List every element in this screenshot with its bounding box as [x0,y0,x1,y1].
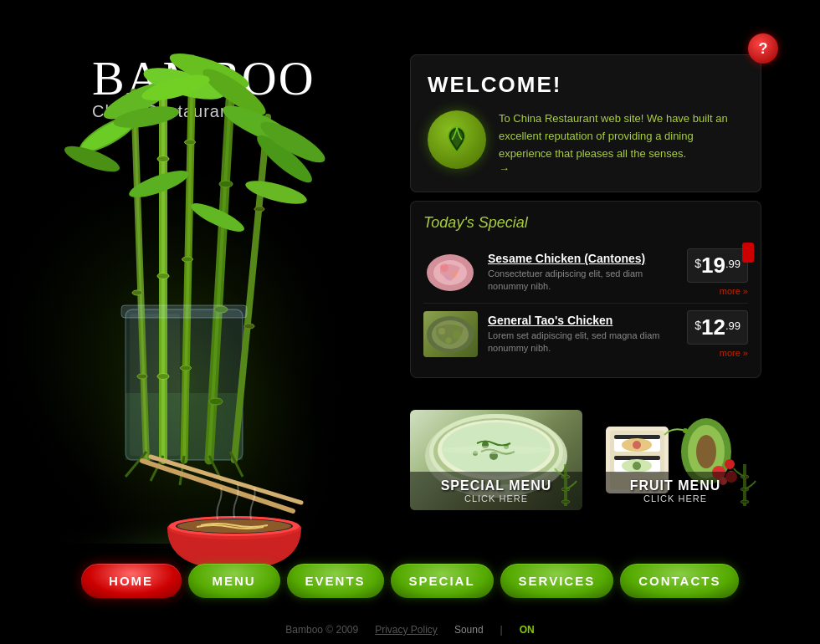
svg-point-18 [181,365,192,371]
fruit-menu-title: FRUIT MENU [596,478,755,493]
nav-services-button[interactable]: SERVICES [500,564,614,598]
svg-point-91 [633,462,641,470]
svg-line-4 [134,92,146,460]
more-link-2[interactable]: more » [681,348,748,358]
welcome-content: To China Restaurant web site! We have bu… [428,110,744,175]
svg-line-49 [142,461,293,511]
welcome-text: To China Restaurant web site! We have bu… [499,110,744,162]
bowl-chopsticks [126,452,377,581]
bg-glow-green [0,167,335,502]
menu-item-2-price: $12.99 [687,310,748,345]
svg-point-77 [442,446,551,454]
svg-point-99 [683,428,688,433]
price-badge-1 [742,243,754,263]
footer: Bamboo © 2009 Privacy Policy Sound | ON [0,624,820,636]
logo-title: BAMBOO [92,50,315,106]
menu-item-2: General Tao's Chicken Lorem set adipisci… [423,304,748,365]
menu-item-1-image [423,249,478,295]
svg-rect-1 [126,309,243,460]
price-cents-1: .99 [725,258,741,270]
nav-home-button[interactable]: HOME [81,564,182,598]
svg-point-40 [126,166,192,203]
price-cents-2: .99 [725,319,741,332]
svg-point-22 [214,306,228,313]
svg-point-7 [132,290,142,295]
svg-rect-3 [126,393,243,460]
footer-privacy-link[interactable]: Privacy Policy [375,624,438,636]
menu-item-1-name[interactable]: Sesame Chicken (Cantones) [488,252,671,265]
footer-separator: | [500,624,503,636]
menu-item-1-info: Sesame Chicken (Cantones) Consectetuer a… [488,252,671,294]
nav-menu-button[interactable]: MENU [188,564,280,598]
bamboo-deco-left [553,464,578,506]
special-menu-title: SPECIAL MENU [417,478,576,493]
svg-rect-2 [130,314,180,456]
footer-sound-status[interactable]: ON [520,624,535,636]
svg-point-25 [254,207,264,212]
menu-item-2-price-area: $12.99 more » [681,310,748,358]
footer-sound-label: Sound [454,624,484,636]
nav-contacts-button[interactable]: CONTACTS [620,564,739,598]
svg-point-94 [696,435,716,468]
svg-line-50 [151,457,301,503]
todays-special-section: Today's Special Sesame Chicken (Cantones… [410,201,761,378]
special-section-title: Today's Special [423,214,748,232]
svg-point-39 [243,176,310,209]
menu-item-1-price: $19.99 [687,248,748,283]
menu-item-1: Sesame Chicken (Cantones) Consectetuer a… [423,242,748,304]
svg-point-87 [633,441,641,449]
special-menu-card[interactable]: SPECIAL MENU CLICK HERE [410,410,582,510]
svg-point-13 [157,374,169,380]
svg-line-19 [209,100,230,460]
welcome-title: WELCOME! [428,72,744,98]
price-dollar-1: $ [694,257,701,270]
svg-point-103 [741,500,749,503]
main-panel: WELCOME! To China Restaurant web site! W… [410,54,761,386]
svg-point-23 [209,398,223,405]
svg-rect-47 [121,305,247,318]
svg-point-21 [219,181,233,187]
svg-line-5 [134,92,146,460]
welcome-arrow[interactable]: → [499,162,744,175]
bamboo-deco-right [732,464,757,506]
welcome-text-area: To China Restaurant web site! We have bu… [499,110,744,175]
menu-item-2-name[interactable]: General Tao's Chicken [488,314,671,327]
svg-point-17 [182,257,193,262]
svg-point-26 [244,324,254,329]
welcome-icon [428,110,486,169]
svg-point-29 [62,141,123,177]
fruit-menu-subtitle: CLICK HERE [596,493,755,503]
help-button[interactable]: ? [748,33,778,64]
price-main-1: 19 [701,253,725,278]
svg-point-81 [561,500,570,503]
footer-copyright: Bamboo © 2009 [285,624,358,636]
price-dollar-2: $ [694,319,701,332]
menu-cards: SPECIAL MENU CLICK HERE [410,410,761,510]
svg-point-12 [157,273,169,279]
welcome-section: WELCOME! To China Restaurant web site! W… [410,54,761,192]
svg-point-37 [252,130,317,189]
menu-item-2-image [423,311,478,357]
special-menu-subtitle: CLICK HERE [417,493,576,503]
menu-item-1-desc: Consectetuer adipiscing elit, sed diam n… [488,268,671,294]
nav-special-button[interactable]: SPECIAL [391,564,494,598]
svg-point-8 [137,374,147,379]
svg-line-24 [234,117,268,460]
svg-point-41 [187,198,247,237]
svg-point-6 [131,190,141,195]
menu-item-2-desc: Lorem set adipiscing elit, sed magna dia… [488,330,671,355]
svg-point-11 [157,156,169,162]
nav-bar: HOME MENU EVENTS SPECIAL SERVICES CONTAC… [33,564,787,598]
logo-area: BAMBOO China Restaurant [92,50,315,121]
more-link-1[interactable]: more » [681,286,748,296]
svg-point-38 [256,115,330,170]
menu-item-2-info: General Tao's Chicken Lorem set adipisci… [488,314,671,355]
nav-events-button[interactable]: EVENTS [287,564,384,598]
svg-line-20 [209,100,230,460]
menu-item-1-price-area: $19.99 more » [681,248,748,296]
price-main-2: 12 [701,314,725,340]
fruit-menu-card[interactable]: FRUIT MENU CLICK HERE [589,410,761,510]
svg-point-16 [185,140,196,145]
